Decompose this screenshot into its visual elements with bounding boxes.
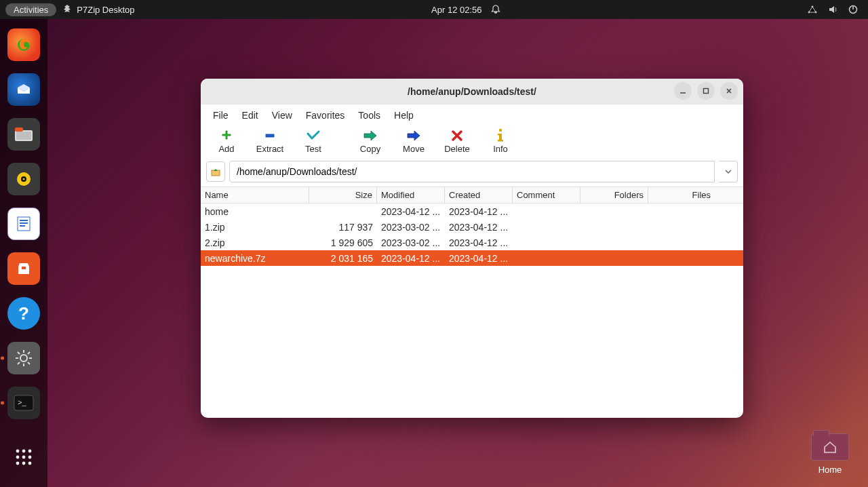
chevron-down-icon — [725, 168, 732, 175]
cell-files — [648, 227, 715, 228]
toolbar-info[interactable]: Info — [479, 126, 522, 154]
window-minimize-button[interactable] — [674, 82, 692, 100]
svg-rect-45 — [212, 170, 220, 176]
desktop-home-folder[interactable]: Home — [811, 433, 849, 475]
cell-name: 2.zip — [201, 237, 309, 249]
p7zip-window: /home/anup/Downloads/test/ File Edit Vie… — [201, 79, 743, 418]
path-bar — [201, 158, 743, 187]
svg-point-30 — [22, 450, 26, 453]
menu-help[interactable]: Help — [387, 107, 420, 123]
dock-terminal[interactable]: >_ — [7, 387, 40, 419]
toolbar-extract[interactable]: Extract — [248, 126, 292, 154]
cell-folders — [580, 242, 648, 244]
cell-created: 2023-04-12 ... — [445, 252, 513, 265]
cell-modified: 2023-03-02 ... — [377, 221, 445, 233]
column-files[interactable]: Files — [648, 187, 715, 203]
window-titlebar[interactable]: /home/anup/Downloads/test/ — [201, 79, 743, 104]
toolbar-add-label: Add — [218, 144, 234, 154]
volume-icon[interactable] — [827, 4, 838, 15]
cell-comment — [513, 242, 580, 244]
svg-rect-7 — [15, 128, 23, 132]
svg-point-29 — [16, 450, 20, 453]
toolbar-test[interactable]: Test — [292, 126, 335, 154]
svg-rect-17 — [22, 267, 26, 269]
toolbar-delete-label: Delete — [444, 144, 470, 154]
path-input[interactable] — [229, 161, 715, 182]
power-icon[interactable] — [848, 4, 859, 15]
arrow-right-blue-icon — [406, 128, 421, 144]
toolbar-move-label: Move — [403, 144, 425, 154]
column-comment[interactable]: Comment — [513, 187, 580, 203]
dock-help[interactable]: ? — [7, 297, 40, 330]
path-history-button[interactable] — [719, 161, 738, 182]
cell-created: 2023-04-12 ... — [445, 221, 513, 233]
svg-point-31 — [28, 450, 32, 453]
menu-favorites[interactable]: Favorites — [299, 107, 352, 123]
cell-size: 1 929 605 — [309, 237, 377, 249]
svg-line-26 — [28, 352, 30, 354]
table-row[interactable]: 1.zip117 9372023-03-02 ...2023-04-12 ... — [201, 219, 743, 235]
toolbar-delete[interactable]: Delete — [435, 126, 479, 154]
info-icon — [495, 128, 506, 144]
cell-comment — [513, 227, 580, 228]
dock: ? >_ — [0, 19, 47, 487]
folder-up-icon — [210, 166, 221, 177]
go-up-button[interactable] — [206, 161, 225, 182]
p7zip-icon — [62, 4, 73, 15]
toolbar-copy[interactable]: Copy — [349, 126, 392, 154]
window-maximize-button[interactable] — [697, 82, 715, 100]
cell-files — [648, 242, 715, 244]
table-row[interactable]: 2.zip1 929 6052023-03-02 ...2023-04-12 .… — [201, 235, 743, 250]
cell-name: home — [201, 206, 309, 218]
column-folders[interactable]: Folders — [580, 187, 648, 203]
dock-rhythmbox[interactable] — [7, 163, 40, 195]
svg-point-11 — [23, 178, 25, 180]
network-icon[interactable] — [807, 4, 818, 15]
window-title: /home/anup/Downloads/test/ — [408, 86, 536, 97]
menu-view[interactable]: View — [265, 107, 299, 123]
dock-thunderbird[interactable] — [7, 73, 40, 106]
menu-file[interactable]: File — [206, 107, 235, 123]
svg-point-32 — [16, 456, 20, 459]
table-row[interactable]: home2023-04-12 ...2023-04-12 ... — [201, 203, 743, 219]
toolbar-move[interactable]: Move — [392, 126, 435, 154]
cell-modified: 2023-04-12 ... — [377, 206, 445, 218]
top-bar: Activities P7Zip Desktop Apr 12 02:56 — [0, 0, 868, 19]
svg-point-35 — [16, 462, 20, 465]
column-size[interactable]: Size — [309, 187, 377, 203]
window-close-button[interactable] — [720, 82, 738, 100]
toolbar: Add Extract Test Copy Move — [201, 125, 743, 158]
system-tray — [807, 4, 859, 15]
dock-libreoffice-writer[interactable] — [7, 208, 40, 240]
clock[interactable]: Apr 12 02:56 — [431, 5, 481, 15]
cell-modified: 2023-03-02 ... — [377, 237, 445, 249]
svg-rect-44 — [498, 140, 503, 142]
column-name[interactable]: Name — [201, 187, 309, 203]
desktop-home-label: Home — [811, 465, 849, 475]
dock-software[interactable] — [7, 252, 40, 285]
menu-tools[interactable]: Tools — [351, 107, 387, 123]
dock-settings[interactable] — [7, 342, 40, 374]
cell-folders — [580, 211, 648, 212]
menu-edit[interactable]: Edit — [235, 107, 265, 123]
activities-button[interactable]: Activities — [5, 3, 56, 16]
menu-bar: File Edit View Favorites Tools Help — [201, 104, 743, 125]
cell-size: 2 031 165 — [309, 252, 377, 265]
dock-firefox[interactable] — [7, 28, 40, 61]
svg-rect-14 — [20, 222, 28, 224]
dock-files[interactable] — [7, 118, 40, 151]
table-row[interactable]: newarchive.7z2 031 1652023-04-12 ...2023… — [201, 250, 743, 266]
notifications-icon[interactable] — [490, 4, 501, 15]
cell-name: newarchive.7z — [201, 252, 309, 265]
svg-rect-13 — [20, 220, 28, 221]
svg-point-37 — [28, 462, 32, 465]
column-created[interactable]: Created — [445, 187, 513, 203]
dock-show-applications[interactable] — [7, 441, 40, 473]
check-icon — [306, 128, 321, 144]
toolbar-extract-label: Extract — [256, 144, 283, 154]
toolbar-add[interactable]: Add — [205, 126, 248, 154]
active-app-name: P7Zip Desktop — [77, 5, 134, 15]
column-modified[interactable]: Modified — [377, 187, 445, 203]
active-app-indicator[interactable]: P7Zip Desktop — [62, 4, 134, 15]
file-list[interactable]: Name Size Modified Created Comment Folde… — [201, 187, 743, 418]
